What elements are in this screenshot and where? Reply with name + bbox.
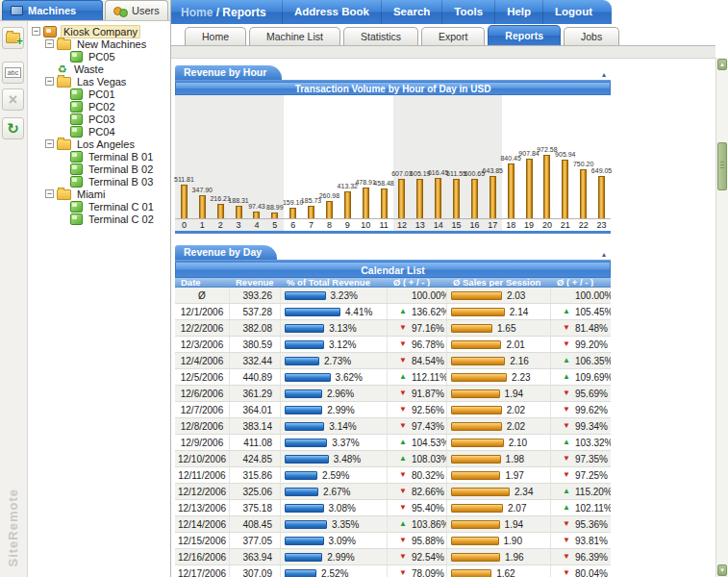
collapse-icon[interactable] — [602, 71, 606, 79]
add-folder-button[interactable] — [2, 27, 24, 49]
cell-avg-change-sales: 97.35% — [551, 451, 611, 466]
tree-item-terminal-b-03[interactable]: Terminal B 03 — [29, 175, 170, 188]
table-row[interactable]: 12/7/2006364.012.99%92.56%2.0299.62% — [175, 402, 611, 418]
menu-item-address-book[interactable]: Address Book — [282, 0, 381, 24]
change-value: 109.69% — [575, 372, 611, 383]
table-row[interactable]: 12/16/2006363.942.99%92.54%1.9696.39% — [175, 549, 611, 565]
table-row[interactable]: 12/5/2006440.893.62%112.11%2.23109.69% — [175, 369, 611, 386]
change-value: 95.88% — [412, 536, 444, 546]
chart-bar-value: 643.85 — [483, 167, 503, 174]
scroll-up-icon[interactable] — [717, 59, 727, 70]
tree-item-waste[interactable]: Waste — [29, 63, 170, 75]
breadcrumb-home[interactable]: Home — [181, 6, 213, 19]
tree-item-terminal-c-02[interactable]: Terminal C 02 — [29, 213, 170, 225]
table-row[interactable]: 12/13/2006375.183.08%95.40%2.07102.11% — [175, 500, 611, 516]
table-row[interactable]: 12/11/2006315.862.59%80.32%1.9797.25% — [175, 467, 611, 484]
tab-home[interactable]: Home — [185, 27, 246, 45]
table-row[interactable]: 12/2/2006382.083.13%97.16%1.6581.48% — [175, 320, 611, 337]
cell-pct-of-total: 3.12% — [281, 337, 388, 352]
tree-item-terminal-b-01[interactable]: Terminal B 01 — [29, 150, 170, 163]
menu-item-logout[interactable]: Logout — [542, 0, 604, 24]
tree-item-miami[interactable]: Miami — [29, 188, 170, 200]
sidebar-tab-machines[interactable]: Machines — [2, 0, 103, 20]
collapse-box-icon[interactable] — [45, 39, 54, 48]
table-row[interactable]: 12/1/2006537.284.41%136.62%2.14105.45% — [175, 304, 611, 320]
revenue-by-day-tab[interactable]: Revenue by Day — [175, 245, 277, 260]
collapse-box-icon[interactable] — [32, 27, 40, 36]
collapse-icon[interactable] — [602, 251, 606, 259]
pct-label: 3.48% — [334, 454, 361, 464]
delete-button[interactable] — [2, 88, 24, 111]
table-row[interactable]: 12/8/2006383.143.14%97.43%2.0299.34% — [175, 418, 611, 435]
up-arrow-icon — [399, 373, 412, 381]
cell-sales-per-session: 2.02 — [447, 402, 551, 417]
tree-item-las-vegas[interactable]: Las Vegas — [29, 75, 170, 88]
table-row[interactable]: 12/12/2006325.062.67%82.66%2.34115.20% — [175, 484, 611, 500]
tree-item-terminal-c-01[interactable]: Terminal C 01 — [29, 200, 170, 213]
revenue-bar — [285, 439, 327, 447]
pct-label: 3.12% — [329, 339, 356, 350]
table-row[interactable]: 12/17/2006307.092.52%78.09%1.6280.04% — [175, 565, 611, 577]
collapse-box-icon[interactable] — [45, 189, 54, 198]
tab-jobs[interactable]: Jobs — [564, 27, 619, 45]
down-arrow-icon — [563, 520, 575, 528]
down-arrow-icon — [399, 357, 412, 364]
menu-item-help[interactable]: Help — [494, 0, 542, 24]
revenue-by-hour-tab[interactable]: Revenue by Hour — [175, 65, 282, 80]
table-row[interactable]: 12/4/2006332.442.73%84.54%2.16106.35% — [175, 353, 611, 369]
tree-item-label: PC02 — [87, 101, 117, 113]
cell-avg-change-sales: 105.45% — [551, 304, 611, 319]
table-row[interactable]: 12/9/2006411.083.37%104.53%2.10103.32% — [175, 435, 611, 451]
cell-pct-of-total: 2.67% — [281, 484, 388, 499]
table-row[interactable]: 12/14/2006408.453.35%103.86%1.9495.36% — [175, 516, 611, 533]
tree-item-label: PC05 — [87, 51, 117, 63]
pct-label: 2.73% — [324, 356, 351, 366]
collapse-box-icon[interactable] — [45, 139, 54, 148]
tab-machine-list[interactable]: Machine List — [249, 27, 340, 45]
vertical-scrollbar[interactable] — [715, 58, 728, 577]
chart-bar — [453, 179, 460, 219]
table-row[interactable]: 12/10/2006424.853.48%108.03%1.9897.35% — [175, 451, 611, 467]
refresh-button[interactable] — [2, 117, 24, 139]
tab-statistics[interactable]: Statistics — [343, 27, 418, 45]
chart-bar — [217, 204, 224, 218]
table-row[interactable]: 12/6/2006361.292.96%91.87%1.9495.69% — [175, 386, 611, 402]
change-value: 97.43% — [412, 421, 444, 432]
cell-avg-change-revenue: 97.16% — [388, 320, 447, 336]
scroll-down-icon[interactable] — [717, 564, 727, 576]
table-body: Ø393.263.23%100.00%2.03100.00%12/1/20065… — [175, 288, 611, 577]
tree-item-new-machines[interactable]: New Machines — [29, 38, 170, 50]
scrollbar-thumb[interactable] — [717, 142, 727, 190]
down-arrow-icon — [563, 537, 575, 544]
cell-revenue: 315.86 — [230, 467, 281, 483]
tree-item-pc02[interactable]: PC02 — [29, 100, 170, 113]
tree-item-pc05[interactable]: PC05 — [29, 50, 170, 63]
cell-sales-per-session: 1.98 — [447, 451, 551, 466]
tree-item-terminal-b-02[interactable]: Terminal B 02 — [29, 163, 170, 175]
chart-bar-value: 188.31 — [228, 197, 248, 204]
chart-x-label: 4 — [254, 220, 259, 230]
menu-item-tools[interactable]: Tools — [441, 0, 494, 24]
breadcrumb-separator: / — [213, 6, 222, 19]
cell-avg-change-revenue: 80.32% — [388, 467, 447, 483]
cell-pct-of-total: 3.09% — [281, 533, 388, 548]
tab-export[interactable]: Export — [421, 27, 485, 45]
menu-item-search[interactable]: Search — [381, 0, 441, 24]
tree-item-pc04[interactable]: PC04 — [29, 125, 170, 138]
watermark: SiteRemote — [6, 489, 20, 567]
tree-item-kiosk-company[interactable]: Kiosk Company — [29, 25, 170, 38]
tree-item-pc01[interactable]: PC01 — [29, 88, 170, 100]
tree-item-los-angeles[interactable]: Los Angeles — [29, 138, 170, 150]
sidebar-tab-users[interactable]: Users — [105, 0, 168, 20]
tree-item-pc03[interactable]: PC03 — [29, 113, 170, 125]
sales-bar — [451, 406, 502, 414]
rename-button[interactable]: abc — [2, 62, 24, 84]
chart-x-label: 3 — [237, 220, 241, 230]
table-row[interactable]: 12/15/2006377.053.09%95.88%1.9093.81% — [175, 533, 611, 549]
tab-reports[interactable]: Reports — [488, 25, 561, 45]
pct-label: 2.96% — [327, 389, 354, 399]
table-row[interactable]: Ø393.263.23%100.00%2.03100.00% — [175, 288, 611, 304]
table-row[interactable]: 12/3/2006380.593.12%96.78%2.0199.20% — [175, 337, 611, 353]
collapse-box-icon[interactable] — [45, 77, 54, 86]
change-value: 97.25% — [575, 470, 608, 481]
